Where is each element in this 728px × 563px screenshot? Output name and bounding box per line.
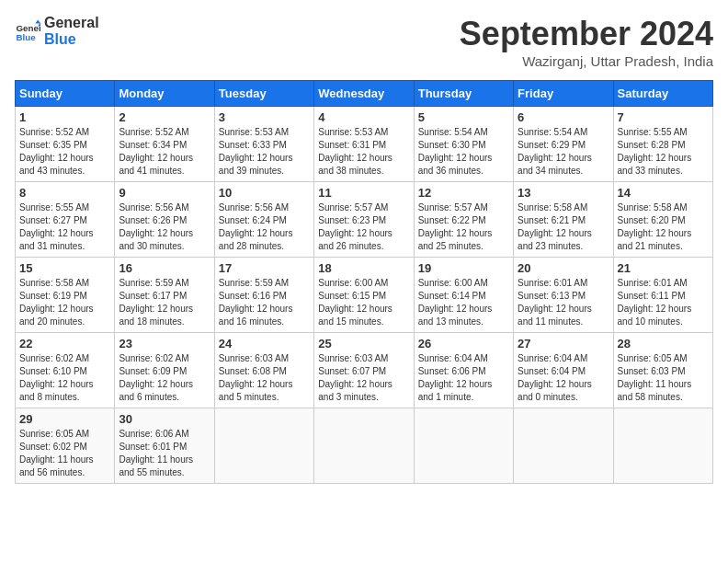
calendar-table: SundayMondayTuesdayWednesdayThursdayFrid… — [15, 80, 713, 484]
month-title: September 2024 — [460, 15, 713, 53]
day-number: 7 — [618, 110, 709, 124]
calendar-cell: 18Sunrise: 6:00 AM Sunset: 6:15 PM Dayli… — [314, 258, 414, 333]
day-number: 20 — [518, 261, 609, 275]
day-info: Sunrise: 6:00 AM Sunset: 6:15 PM Dayligh… — [318, 277, 409, 328]
calendar-cell: 4Sunrise: 5:53 AM Sunset: 6:31 PM Daylig… — [314, 107, 414, 182]
day-number: 30 — [119, 412, 210, 426]
calendar-cell — [414, 408, 513, 484]
calendar-cell: 19Sunrise: 6:00 AM Sunset: 6:14 PM Dayli… — [414, 258, 513, 333]
title-block: September 2024 Wazirganj, Uttar Pradesh,… — [460, 15, 713, 69]
day-number: 12 — [418, 186, 509, 200]
day-number: 16 — [119, 261, 210, 275]
day-info: Sunrise: 5:57 AM Sunset: 6:23 PM Dayligh… — [318, 201, 409, 253]
location-subtitle: Wazirganj, Uttar Pradesh, India — [460, 53, 713, 69]
day-info: Sunrise: 6:05 AM Sunset: 6:03 PM Dayligh… — [618, 352, 709, 404]
week-row-1: 1Sunrise: 5:52 AM Sunset: 6:35 PM Daylig… — [16, 107, 713, 182]
day-number: 19 — [418, 261, 509, 275]
day-info: Sunrise: 5:59 AM Sunset: 6:17 PM Dayligh… — [119, 277, 210, 328]
day-info: Sunrise: 5:54 AM Sunset: 6:30 PM Dayligh… — [418, 126, 509, 178]
day-info: Sunrise: 6:02 AM Sunset: 6:09 PM Dayligh… — [119, 352, 210, 404]
day-number: 27 — [518, 337, 609, 350]
calendar-cell: 21Sunrise: 6:01 AM Sunset: 6:11 PM Dayli… — [613, 258, 712, 333]
day-info: Sunrise: 6:01 AM Sunset: 6:13 PM Dayligh… — [518, 277, 609, 328]
day-number: 4 — [318, 110, 409, 124]
calendar-cell: 3Sunrise: 5:53 AM Sunset: 6:33 PM Daylig… — [214, 107, 313, 182]
day-number: 29 — [19, 412, 110, 426]
day-header-tuesday: Tuesday — [214, 81, 313, 107]
day-info: Sunrise: 5:54 AM Sunset: 6:29 PM Dayligh… — [518, 126, 609, 178]
day-header-sunday: Sunday — [16, 81, 115, 107]
day-info: Sunrise: 6:02 AM Sunset: 6:10 PM Dayligh… — [19, 352, 110, 404]
day-info: Sunrise: 5:53 AM Sunset: 6:33 PM Dayligh… — [219, 126, 310, 178]
day-number: 13 — [518, 186, 609, 200]
day-number: 2 — [119, 110, 210, 124]
day-number: 25 — [318, 337, 409, 350]
day-info: Sunrise: 6:05 AM Sunset: 6:02 PM Dayligh… — [19, 428, 110, 479]
day-number: 17 — [219, 261, 310, 275]
calendar-cell: 2Sunrise: 5:52 AM Sunset: 6:34 PM Daylig… — [115, 107, 214, 182]
day-header-wednesday: Wednesday — [314, 81, 414, 107]
day-info: Sunrise: 5:58 AM Sunset: 6:21 PM Dayligh… — [518, 201, 609, 253]
day-info: Sunrise: 5:59 AM Sunset: 6:16 PM Dayligh… — [219, 277, 310, 328]
calendar-cell: 25Sunrise: 6:03 AM Sunset: 6:07 PM Dayli… — [314, 333, 414, 408]
day-info: Sunrise: 5:52 AM Sunset: 6:35 PM Dayligh… — [19, 126, 110, 178]
calendar-cell: 9Sunrise: 5:56 AM Sunset: 6:26 PM Daylig… — [115, 182, 214, 258]
calendar-cell: 22Sunrise: 6:02 AM Sunset: 6:10 PM Dayli… — [16, 333, 115, 408]
day-number: 23 — [119, 337, 210, 350]
day-number: 6 — [518, 110, 609, 124]
calendar-cell — [214, 408, 313, 484]
calendar-cell: 8Sunrise: 5:55 AM Sunset: 6:27 PM Daylig… — [16, 182, 115, 258]
day-number: 22 — [19, 337, 110, 350]
day-number: 8 — [19, 186, 110, 200]
calendar-cell: 27Sunrise: 6:04 AM Sunset: 6:04 PM Dayli… — [514, 333, 613, 408]
day-info: Sunrise: 5:56 AM Sunset: 6:26 PM Dayligh… — [119, 201, 210, 253]
day-number: 24 — [219, 337, 310, 350]
day-header-monday: Monday — [115, 81, 214, 107]
day-info: Sunrise: 6:06 AM Sunset: 6:01 PM Dayligh… — [119, 428, 210, 479]
page-header: General Blue General Blue September 2024… — [15, 15, 713, 69]
calendar-cell: 1Sunrise: 5:52 AM Sunset: 6:35 PM Daylig… — [16, 107, 115, 182]
week-row-2: 8Sunrise: 5:55 AM Sunset: 6:27 PM Daylig… — [16, 182, 713, 258]
calendar-cell — [514, 408, 613, 484]
calendar-cell: 20Sunrise: 6:01 AM Sunset: 6:13 PM Dayli… — [514, 258, 613, 333]
day-header-friday: Friday — [514, 81, 613, 107]
day-info: Sunrise: 6:04 AM Sunset: 6:06 PM Dayligh… — [418, 352, 509, 404]
day-number: 28 — [618, 337, 709, 350]
day-number: 9 — [119, 186, 210, 200]
week-row-4: 22Sunrise: 6:02 AM Sunset: 6:10 PM Dayli… — [16, 333, 713, 408]
calendar-cell: 5Sunrise: 5:54 AM Sunset: 6:30 PM Daylig… — [414, 107, 513, 182]
days-header-row: SundayMondayTuesdayWednesdayThursdayFrid… — [16, 81, 713, 107]
day-info: Sunrise: 6:00 AM Sunset: 6:14 PM Dayligh… — [418, 277, 509, 328]
day-info: Sunrise: 6:03 AM Sunset: 6:08 PM Dayligh… — [219, 352, 310, 404]
calendar-cell: 17Sunrise: 5:59 AM Sunset: 6:16 PM Dayli… — [214, 258, 313, 333]
day-number: 21 — [618, 261, 709, 275]
logo: General Blue General Blue — [15, 15, 99, 48]
day-info: Sunrise: 5:56 AM Sunset: 6:24 PM Dayligh… — [219, 201, 310, 253]
logo-icon: General Blue — [15, 18, 40, 44]
day-header-saturday: Saturday — [613, 81, 712, 107]
calendar-cell: 26Sunrise: 6:04 AM Sunset: 6:06 PM Dayli… — [414, 333, 513, 408]
day-info: Sunrise: 5:57 AM Sunset: 6:22 PM Dayligh… — [418, 201, 509, 253]
day-number: 10 — [219, 186, 310, 200]
day-number: 11 — [318, 186, 409, 200]
calendar-cell: 14Sunrise: 5:58 AM Sunset: 6:20 PM Dayli… — [613, 182, 712, 258]
week-row-3: 15Sunrise: 5:58 AM Sunset: 6:19 PM Dayli… — [16, 258, 713, 333]
day-info: Sunrise: 6:01 AM Sunset: 6:11 PM Dayligh… — [618, 277, 709, 328]
svg-text:Blue: Blue — [16, 32, 36, 42]
day-number: 26 — [418, 337, 509, 350]
calendar-cell: 13Sunrise: 5:58 AM Sunset: 6:21 PM Dayli… — [514, 182, 613, 258]
day-number: 5 — [418, 110, 509, 124]
day-info: Sunrise: 5:52 AM Sunset: 6:34 PM Dayligh… — [119, 126, 210, 178]
day-info: Sunrise: 5:58 AM Sunset: 6:19 PM Dayligh… — [19, 277, 110, 328]
day-info: Sunrise: 5:55 AM Sunset: 6:28 PM Dayligh… — [618, 126, 709, 178]
calendar-cell: 30Sunrise: 6:06 AM Sunset: 6:01 PM Dayli… — [115, 408, 214, 484]
calendar-cell: 28Sunrise: 6:05 AM Sunset: 6:03 PM Dayli… — [613, 333, 712, 408]
calendar-cell — [314, 408, 414, 484]
day-number: 15 — [19, 261, 110, 275]
calendar-cell — [613, 408, 712, 484]
day-info: Sunrise: 6:03 AM Sunset: 6:07 PM Dayligh… — [318, 352, 409, 404]
day-info: Sunrise: 5:55 AM Sunset: 6:27 PM Dayligh… — [19, 201, 110, 253]
logo-text-line1: General — [44, 15, 99, 31]
day-number: 14 — [618, 186, 709, 200]
calendar-cell: 16Sunrise: 5:59 AM Sunset: 6:17 PM Dayli… — [115, 258, 214, 333]
